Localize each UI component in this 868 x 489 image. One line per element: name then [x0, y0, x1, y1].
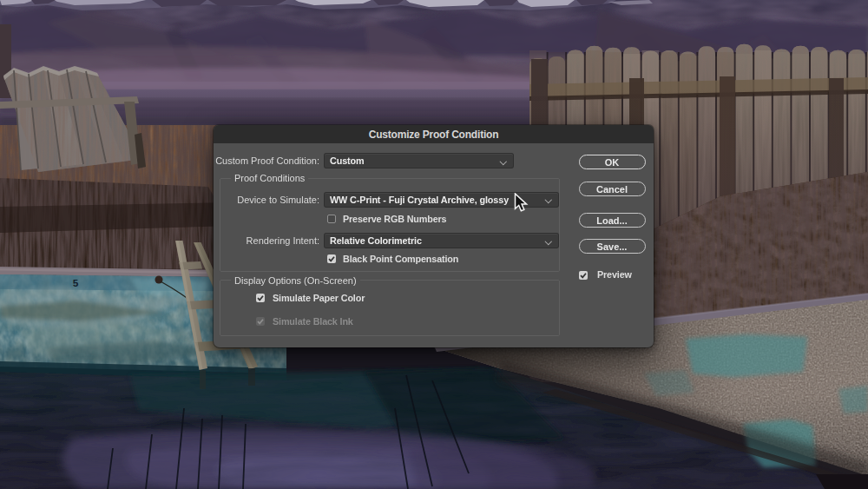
svg-text:5: 5: [73, 278, 79, 288]
